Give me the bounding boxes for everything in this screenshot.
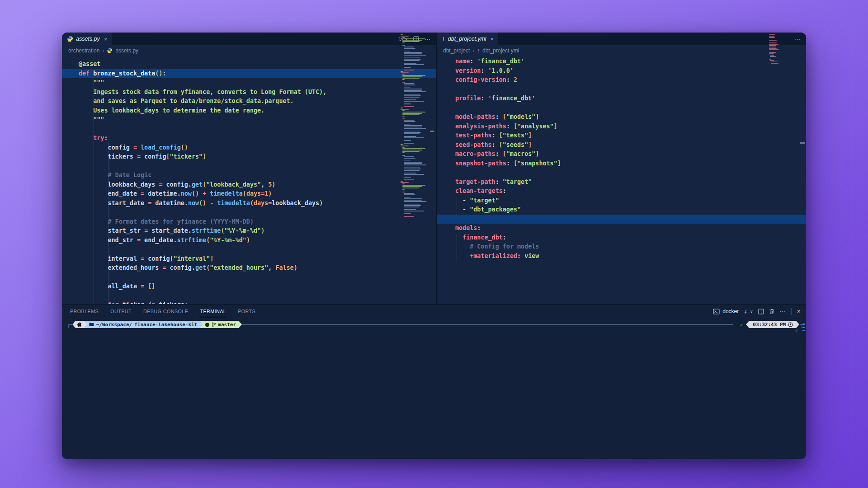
code-line[interactable]: end_date = datetime.now() + timedelta(da… [62, 189, 436, 199]
panel-tab-problems[interactable]: PROBLEMS [70, 305, 99, 317]
code-line[interactable]: - "dbt_packages" [437, 205, 806, 215]
code-line[interactable]: analysis-paths: ["analyses"] [437, 122, 806, 131]
tab-dbt-project-yml[interactable]: ! dbt_project.yml × [437, 33, 499, 45]
code-line[interactable]: """ [62, 78, 436, 88]
right-editor-code[interactable]: name: 'finance_dbt'version: '1.0.0'confi… [437, 56, 806, 304]
tab-assets-py[interactable]: assets.py × [62, 33, 112, 45]
code-line[interactable] [62, 245, 436, 254]
code-line[interactable]: +materialized: view [437, 252, 806, 261]
left-tabbar: assets.py × ▷ ∨ ⋯ [62, 33, 436, 45]
code-line[interactable]: tickers = config["tickers"] [62, 152, 436, 162]
minimap-line [402, 37, 405, 38]
indent-guide [94, 78, 94, 304]
breadcrumb-folder[interactable]: dbt_project [443, 47, 470, 54]
code-line[interactable]: snapshot-paths: ["snapshots"] [437, 159, 806, 169]
minimap-line [402, 42, 405, 43]
code-line[interactable]: and saves as Parquet to data/bronze/stoc… [62, 97, 436, 106]
minimap-line [404, 87, 410, 88]
indent-guide [108, 142, 108, 304]
code-line[interactable]: start_str = start_date.strftime("%Y-%m-%… [62, 226, 436, 236]
code-line[interactable]: profile: 'finance_dbt' [437, 94, 806, 103]
minimap-line [404, 120, 414, 121]
code-line[interactable]: finance_dbt: [437, 233, 806, 243]
python-icon [107, 47, 113, 54]
split-terminal-icon[interactable] [758, 309, 764, 314]
clock-segment: 03:32:43 PM [749, 321, 796, 328]
panel-tab-ports[interactable]: PORTS [237, 305, 256, 317]
code-line[interactable]: config = load_config() [62, 143, 436, 153]
code-line[interactable]: try: [62, 134, 436, 143]
code-line[interactable]: # Format dates for yfinance (YYYY-MM-DD) [62, 217, 436, 227]
code-line[interactable]: seed-paths: ["seeds"] [437, 141, 806, 150]
minimap-line [401, 109, 409, 110]
code-line[interactable] [62, 291, 436, 301]
code-line[interactable]: @asset [62, 60, 436, 69]
trash-icon[interactable] [769, 309, 774, 314]
minimap-line [404, 156, 414, 157]
code-line[interactable]: config-version: 2 [437, 75, 806, 85]
code-line[interactable] [437, 85, 806, 94]
minimap-line [404, 164, 426, 165]
right-minimap[interactable] [769, 34, 797, 64]
code-line[interactable]: interval = config["interval"] [62, 254, 436, 264]
minimap-line [404, 132, 421, 133]
panel-tab-debug-console[interactable]: DEBUG CONSOLE [143, 305, 189, 317]
code-line[interactable]: # Config for models [437, 242, 806, 252]
minimap-line [770, 56, 776, 57]
close-panel-button[interactable]: × [797, 308, 801, 315]
code-line[interactable]: for ticker in tickers: [62, 300, 436, 304]
minimap-line [402, 188, 420, 188]
code-line[interactable]: lookback_days = config.get("lookback_day… [62, 180, 436, 190]
code-line[interactable] [62, 208, 436, 217]
code-line[interactable]: extended_hours = config.get("extended_ho… [62, 263, 436, 273]
code-line[interactable] [437, 168, 806, 178]
breadcrumb-folder[interactable]: orchestration [68, 47, 99, 54]
close-icon[interactable]: × [491, 36, 494, 42]
chevron-right-icon: › [102, 47, 104, 54]
minimap-line [402, 150, 422, 150]
code-line[interactable]: models: [437, 224, 806, 233]
indent-guide [457, 197, 457, 216]
breadcrumb-file[interactable]: assets.py [107, 47, 138, 54]
code-line[interactable]: test-paths: ["tests"] [437, 131, 806, 141]
close-icon[interactable]: × [104, 36, 108, 42]
terminal-dropdown-chevron-icon[interactable]: ∨ [750, 309, 753, 314]
left-editor-code[interactable]: @assetdef bronze_stock_data(): """ Inges… [62, 56, 436, 304]
code-line[interactable]: - "target" [437, 196, 806, 206]
terminal-session-docker[interactable]: docker [713, 308, 739, 314]
code-line[interactable]: target-path: "target" [437, 178, 806, 187]
code-line[interactable]: Uses lookback_days to determine the date… [62, 106, 436, 116]
editor-group: assets.py × ▷ ∨ ⋯ orchestration › [62, 33, 806, 304]
code-line[interactable]: # Date Logic [62, 171, 436, 180]
minimap-line [404, 70, 414, 70]
code-line[interactable] [62, 125, 436, 134]
code-line[interactable]: def bronze_stock_data(): [62, 69, 436, 79]
terminal-output[interactable]: ╭─ ~/Workspace/finance-lakehouse-kit [62, 318, 806, 459]
minimap-line [404, 52, 422, 53]
code-line[interactable]: end_str = end_date.strftime("%Y-%m-%d") [62, 236, 436, 245]
code-line[interactable]: version: '1.0.0' [437, 66, 806, 76]
code-line[interactable]: name: 'finance_dbt' [437, 57, 806, 66]
panel-tab-output[interactable]: OUTPUT [110, 305, 132, 317]
code-line[interactable]: all_data = [] [62, 282, 436, 291]
code-line[interactable]: start_date = datetime.now() - timedelta(… [62, 199, 436, 208]
minimap-line [404, 162, 422, 163]
more-actions-button[interactable]: ⋯ [779, 308, 785, 315]
minimap-line [404, 173, 416, 174]
minimap-line [404, 201, 426, 202]
code-line[interactable] [62, 162, 436, 171]
breadcrumb-file[interactable]: ! dbt_project.yml [477, 47, 519, 54]
minimap-line [769, 36, 774, 37]
code-line[interactable]: """ [62, 115, 436, 125]
code-line[interactable] [437, 103, 806, 113]
panel-tab-terminal[interactable]: TERMINAL [199, 305, 226, 317]
new-terminal-button[interactable]: + [744, 308, 748, 315]
code-line[interactable]: macro-paths: ["macros"] [437, 150, 806, 159]
code-line[interactable]: model-paths: ["models"] [437, 113, 806, 122]
code-line[interactable] [437, 215, 806, 224]
code-line[interactable] [62, 273, 436, 282]
code-line[interactable]: clean-targets: [437, 187, 806, 196]
code-line[interactable]: Ingests stock data from yfinance, conver… [62, 88, 436, 97]
minimap-line [402, 183, 405, 184]
left-minimap[interactable] [401, 34, 429, 250]
